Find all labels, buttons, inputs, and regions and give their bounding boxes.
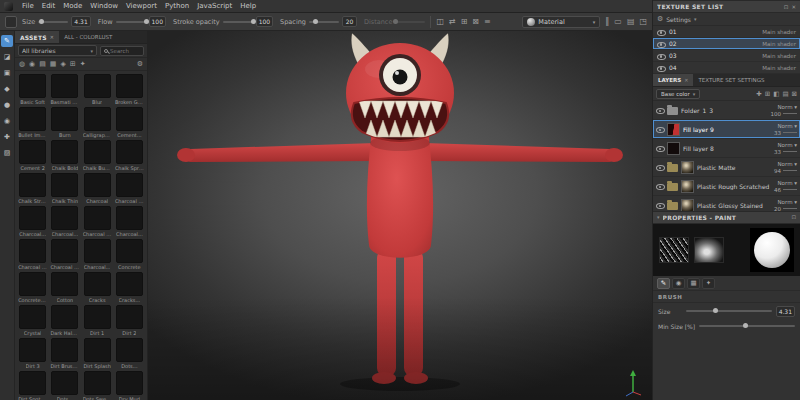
menu-javascript[interactable]: JavaScript xyxy=(193,0,236,13)
visibility-eye-icon[interactable] xyxy=(656,202,664,209)
brush-item[interactable]: Chalk Spre... xyxy=(115,140,144,173)
brush-item[interactable]: Dots Sweed xyxy=(83,371,112,400)
brush-item[interactable]: Charcoal... xyxy=(50,206,79,239)
material-preview-sphere[interactable] xyxy=(754,232,790,268)
slider-knob[interactable] xyxy=(393,19,398,24)
brush-item[interactable]: Charcoal B... xyxy=(115,173,144,206)
brush-item[interactable]: Chalk Bum... xyxy=(83,140,112,173)
filter-effects-icon[interactable]: ✦ xyxy=(80,59,86,69)
brush-item[interactable]: Dirt Spots... xyxy=(18,371,47,400)
tab-all-colorlust[interactable]: ALL - COLORLUST xyxy=(59,31,117,43)
brush-item[interactable]: Charcoal... xyxy=(18,206,47,239)
brush-item[interactable]: Blur xyxy=(83,74,112,107)
brush-item[interactable]: Cement 2 xyxy=(18,140,47,173)
layer-opacity[interactable]: 94 xyxy=(774,168,797,174)
brush-item[interactable]: Concrete xyxy=(115,239,144,272)
library-dropdown[interactable]: All libraries ▾ xyxy=(18,45,97,56)
brush-item[interactable]: Burn xyxy=(50,107,79,140)
brush-item[interactable]: Basic Soft xyxy=(18,74,47,107)
brush-item[interactable]: Cement... xyxy=(115,107,144,140)
brush-item[interactable]: Calligraphic xyxy=(83,107,112,140)
brush-alpha-preview[interactable] xyxy=(694,237,724,263)
channel-dropdown[interactable]: Base color ▾ xyxy=(656,89,700,99)
slider-knob[interactable] xyxy=(144,19,149,24)
brush-item[interactable]: Charcoal... xyxy=(83,239,112,272)
slider-track[interactable] xyxy=(116,21,146,23)
add-effect-icon[interactable]: ✚ xyxy=(756,90,761,98)
add-folder-icon[interactable]: ▤ xyxy=(782,90,788,98)
visibility-eye-icon[interactable] xyxy=(656,126,664,133)
slider-track[interactable] xyxy=(223,21,253,23)
shader-settings-icon[interactable]: ▤ xyxy=(627,16,635,28)
layer-opacity[interactable]: 33 xyxy=(774,149,797,155)
brush-item[interactable]: Dry Mud xyxy=(115,371,144,400)
menu-window[interactable]: Window xyxy=(86,0,122,13)
symmetry-icon[interactable]: ◫ xyxy=(436,16,444,28)
add-fill-layer-icon[interactable]: ◧ xyxy=(773,90,779,98)
layer-row[interactable]: Fill layer 8 Norm ▾ 33 xyxy=(653,139,800,158)
menu-python[interactable]: Python xyxy=(161,0,193,13)
chevron-down-icon[interactable]: ▾ xyxy=(694,16,697,22)
stencil-icon[interactable]: ⊠ xyxy=(472,16,479,28)
tab-layers[interactable]: LAYERS ✕ xyxy=(653,74,693,86)
blend-mode-dropdown[interactable]: Norm ▾ xyxy=(777,199,797,205)
visibility-eye-icon[interactable] xyxy=(657,28,665,35)
layer-row[interactable]: Plastic Rough Scratched Norm ▾ 46 xyxy=(653,177,800,196)
blend-mode-dropdown[interactable]: Norm ▾ xyxy=(777,123,797,129)
layer-row[interactable]: Fill layer 9 Norm ▾ 33 xyxy=(653,120,800,139)
smudge-tool[interactable]: ● xyxy=(1,99,13,111)
material-tab-icon[interactable]: ✦ xyxy=(702,278,715,289)
brush-item[interactable]: Crystal xyxy=(18,305,47,338)
layer-opacity[interactable]: 100 xyxy=(771,111,798,117)
slider-track[interactable] xyxy=(309,21,339,23)
slider-track[interactable] xyxy=(699,325,795,327)
add-layer-icon[interactable]: ⊞ xyxy=(765,90,770,98)
brush-item[interactable]: Dark Halo... xyxy=(50,305,79,338)
filter-textures-icon[interactable]: ⊞ xyxy=(70,59,76,69)
brush-item[interactable]: Dirt 1 xyxy=(83,305,112,338)
settings-label[interactable]: Settings xyxy=(666,16,691,23)
blend-mode-dropdown[interactable]: Norm ▾ xyxy=(777,161,797,167)
slider-knob[interactable] xyxy=(313,19,318,24)
projection-tool[interactable]: ▣ xyxy=(1,67,13,79)
brush-item[interactable]: Dots... xyxy=(115,338,144,371)
camera-settings-icon[interactable]: ◳ xyxy=(639,16,647,28)
menu-help[interactable]: Help xyxy=(236,0,260,13)
slider-track[interactable] xyxy=(38,21,68,23)
blend-mode-dropdown[interactable]: Norm ▾ xyxy=(777,104,797,110)
slider-value[interactable]: 100 xyxy=(256,16,273,27)
brush-item[interactable]: Chalk Bold xyxy=(50,140,79,173)
slider-value[interactable]: 100 xyxy=(149,16,166,27)
lazy-mouse-icon[interactable]: ⇄ xyxy=(449,16,456,28)
pause-engine-icon[interactable]: ‖ xyxy=(605,16,609,28)
visibility-eye-icon[interactable] xyxy=(657,40,665,47)
tab-assets[interactable]: ASSETS ✕ xyxy=(15,31,59,43)
visibility-eye-icon[interactable] xyxy=(656,183,664,190)
slider-track[interactable] xyxy=(395,21,425,23)
texture-set-row[interactable]: 01 Main shader xyxy=(653,26,800,38)
panel-dock-icon[interactable]: ⊡ xyxy=(791,214,796,220)
slider-value[interactable]: 4.31 xyxy=(71,16,90,27)
texture-set-row[interactable]: 02 Main shader xyxy=(653,38,800,50)
axis-gizmo[interactable] xyxy=(620,368,646,398)
brush-item[interactable]: Bullet Imp... xyxy=(18,107,47,140)
brush-item[interactable]: Charcoal L... xyxy=(83,206,112,239)
visibility-eye-icon[interactable] xyxy=(656,145,664,152)
material-dropdown[interactable]: Material ▾ xyxy=(522,16,600,28)
brush-item[interactable]: Charcoal F... xyxy=(18,239,47,272)
eraser-tool[interactable]: ◪ xyxy=(1,51,13,63)
viewport-3d[interactable] xyxy=(148,31,652,400)
brush-item[interactable]: Dirt 3 xyxy=(18,338,47,371)
texture-set-row[interactable]: 03 Main shader xyxy=(653,50,800,62)
paint-brush-tool[interactable]: ✎ xyxy=(1,35,13,47)
slider-knob[interactable] xyxy=(39,19,44,24)
brush-item[interactable]: Dirt 2 xyxy=(115,305,144,338)
polygon-fill-tool[interactable]: ◆ xyxy=(1,83,13,95)
brush-item[interactable]: Chalk Thin xyxy=(50,173,79,206)
menu-edit[interactable]: Edit xyxy=(38,0,60,13)
brush-stroke-preview[interactable] xyxy=(659,237,689,263)
quick-mask-tool[interactable]: ▨ xyxy=(1,147,13,159)
filter-alphas-icon[interactable]: ◈ xyxy=(60,59,65,69)
brush-item[interactable]: Broken Glass xyxy=(115,74,144,107)
close-icon[interactable]: ✕ xyxy=(50,34,54,40)
